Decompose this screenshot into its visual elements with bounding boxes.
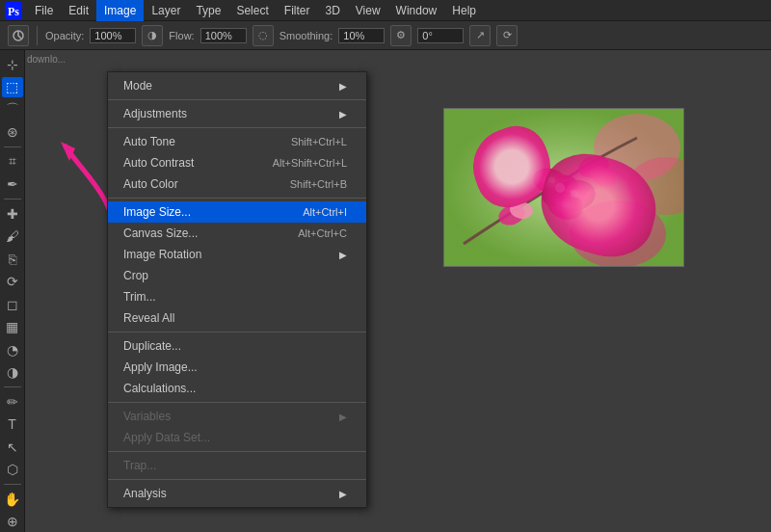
opacity-icon[interactable]: ◑	[142, 25, 163, 46]
svg-point-15	[576, 152, 612, 181]
svg-point-8	[570, 200, 666, 267]
image-dropdown-menu: Mode ▶ Adjustments ▶ Auto Tone Shift+Ctr…	[107, 71, 367, 508]
tool-sep-4	[4, 484, 21, 485]
variables-arrow: ▶	[339, 412, 347, 422]
menu-section-trap: Trap...	[108, 452, 366, 480]
svg-point-19	[549, 177, 555, 183]
menu-section-variables: Variables ▶ Apply Data Set...	[108, 403, 366, 452]
menu-variables: Variables ▶	[108, 406, 366, 427]
menu-trim[interactable]: Trim...	[108, 286, 366, 307]
smoothing-value[interactable]: 10%	[338, 28, 385, 43]
svg-point-17	[555, 183, 565, 193]
menu-canvas-size[interactable]: Canvas Size... Alt+Ctrl+C	[108, 223, 366, 244]
tool-dodge[interactable]: ◑	[2, 361, 23, 383]
tool-preset-btn[interactable]	[8, 25, 29, 46]
tool-zoom[interactable]: ⊕	[2, 511, 23, 532]
tool-brush[interactable]: 🖌	[2, 226, 23, 247]
adjustments-arrow: ▶	[339, 109, 347, 120]
tool-eyedropper[interactable]: ✒	[2, 173, 23, 195]
main-content: ⊹ ⬚ ⌒ ⊛ ⌗ ✒ ✚ 🖌 ⎘ ⟳ ◻ ▦ ◔ ◑ ✏ T ↖ ⬡ ✋ ⊕ …	[0, 50, 771, 532]
tool-lasso[interactable]: ⌒	[2, 99, 23, 120]
menu-file[interactable]: File	[27, 0, 61, 21]
tool-eraser[interactable]: ◻	[2, 294, 23, 315]
svg-marker-3	[61, 142, 75, 161]
menu-mode[interactable]: Mode ▶	[108, 75, 366, 96]
tool-quick-select[interactable]: ⊛	[2, 122, 23, 144]
document-title: downlo...	[27, 54, 66, 65]
canvas-image	[443, 108, 684, 267]
flow-label: Flow:	[169, 30, 194, 41]
menu-edit[interactable]: Edit	[61, 0, 96, 21]
tool-heal[interactable]: ✚	[2, 203, 23, 225]
tool-sep-1	[4, 146, 21, 147]
menu-image[interactable]: Image	[96, 0, 144, 21]
flow-icon[interactable]: ◌	[253, 25, 274, 46]
menu-bar: Ps File Edit Image Layer Type Select Fil…	[0, 0, 771, 21]
menu-auto-tone[interactable]: Auto Tone Shift+Ctrl+L	[108, 131, 366, 152]
svg-point-12	[543, 186, 586, 224]
tool-marquee[interactable]: ⬚	[2, 77, 23, 98]
toolbar-sep-1	[37, 26, 38, 45]
tool-clone[interactable]: ⎘	[2, 249, 23, 270]
menu-section-operations: Duplicate... Apply Image... Calculations…	[108, 332, 366, 403]
menu-help[interactable]: Help	[444, 0, 484, 21]
options-toolbar: Opacity: 100% ◑ Flow: 100% ◌ Smoothing: …	[0, 21, 771, 50]
menu-adjustments[interactable]: Adjustments ▶	[108, 103, 366, 124]
mode-arrow: ▶	[339, 81, 347, 92]
tool-pen[interactable]: ✏	[2, 391, 23, 412]
menu-window[interactable]: Window	[388, 0, 445, 21]
menu-image-size[interactable]: Image Size... Alt+Ctrl+I	[108, 201, 366, 223]
menu-apply-image[interactable]: Apply Image...	[108, 357, 366, 378]
pressure-icon[interactable]: ↗	[469, 25, 491, 46]
opacity-label: Opacity:	[45, 30, 84, 41]
angle-value[interactable]: 0°	[417, 28, 464, 43]
menu-crop[interactable]: Crop	[108, 265, 366, 286]
svg-point-18	[571, 190, 578, 198]
menu-section-analysis: Analysis ▶	[108, 480, 366, 507]
svg-point-11	[551, 176, 598, 214]
tool-sep-3	[4, 386, 21, 387]
canvas-area: downlo... Mode ▶ Adjustments	[25, 50, 771, 532]
flow-value[interactable]: 100%	[200, 28, 247, 43]
settings-icon[interactable]: ⚙	[390, 25, 412, 46]
tool-shape[interactable]: ⬡	[2, 459, 23, 480]
menu-reveal-all[interactable]: Reveal All	[108, 307, 366, 329]
menu-section-adjustments: Adjustments ▶	[108, 100, 366, 128]
app-icon: Ps	[4, 1, 23, 20]
menu-image-rotation[interactable]: Image Rotation ▶	[108, 244, 366, 265]
menu-3d[interactable]: 3D	[317, 0, 347, 21]
tool-history[interactable]: ⟳	[2, 271, 23, 292]
tool-crop[interactable]: ⌗	[2, 151, 23, 173]
menu-section-size: Image Size... Alt+Ctrl+I Canvas Size... …	[108, 199, 366, 332]
menu-duplicate[interactable]: Duplicate...	[108, 335, 366, 357]
svg-point-9	[536, 169, 584, 213]
menu-apply-data-set: Apply Data Set...	[108, 427, 366, 448]
rotation-arrow: ▶	[339, 250, 347, 260]
menu-layer[interactable]: Layer	[144, 0, 188, 21]
menu-calculations[interactable]: Calculations...	[108, 378, 366, 399]
left-toolbar: ⊹ ⬚ ⌒ ⊛ ⌗ ✒ ✚ 🖌 ⎘ ⟳ ◻ ▦ ◔ ◑ ✏ T ↖ ⬡ ✋ ⊕	[0, 50, 25, 532]
menu-filter[interactable]: Filter	[277, 0, 318, 21]
menu-section-mode: Mode ▶	[108, 72, 366, 100]
menu-view[interactable]: View	[348, 0, 388, 21]
airbrush-icon[interactable]: ⟳	[496, 25, 518, 46]
tool-sep-2	[4, 199, 21, 200]
menu-auto-color[interactable]: Auto Color Shift+Ctrl+B	[108, 173, 366, 195]
menu-analysis[interactable]: Analysis ▶	[108, 483, 366, 504]
menu-type[interactable]: Type	[188, 0, 228, 21]
svg-point-10	[530, 165, 571, 198]
tool-type[interactable]: T	[2, 413, 23, 435]
tool-move[interactable]: ⊹	[2, 54, 23, 75]
tool-gradient[interactable]: ▦	[2, 316, 23, 337]
menu-trap: Trap...	[108, 455, 366, 476]
menu-section-auto: Auto Tone Shift+Ctrl+L Auto Contrast Alt…	[108, 128, 366, 199]
opacity-value[interactable]: 100%	[90, 28, 136, 43]
tool-hand[interactable]: ✋	[2, 489, 23, 510]
analysis-arrow: ▶	[339, 489, 347, 499]
svg-point-16	[587, 162, 620, 191]
menu-select[interactable]: Select	[228, 0, 276, 21]
tool-blur[interactable]: ◔	[2, 339, 23, 360]
tool-path-select[interactable]: ↖	[2, 437, 23, 458]
svg-text:Ps: Ps	[8, 5, 19, 18]
menu-auto-contrast[interactable]: Auto Contrast Alt+Shift+Ctrl+L	[108, 152, 366, 173]
